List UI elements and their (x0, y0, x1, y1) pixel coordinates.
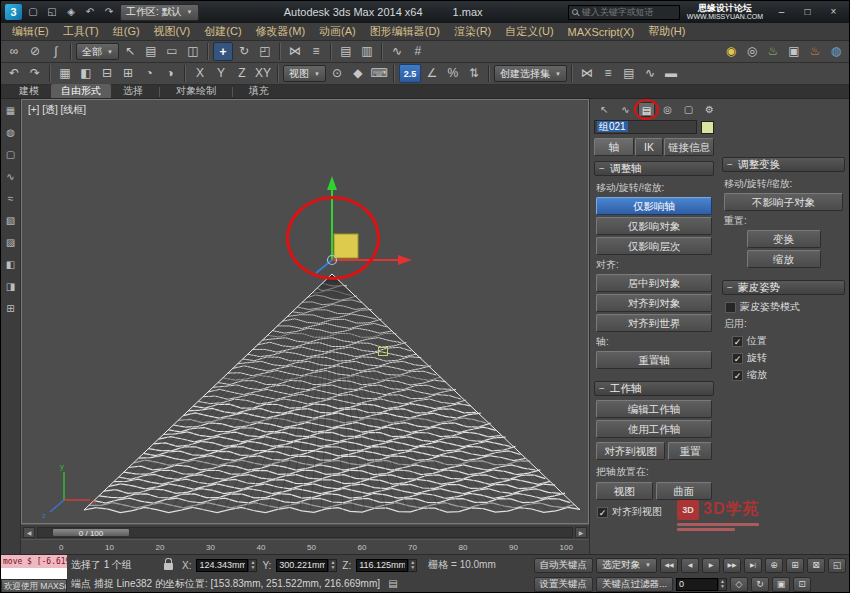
tab-motion[interactable]: ◎ (659, 102, 676, 117)
enable-rotation-row[interactable]: 旋转 (732, 351, 842, 365)
orbit-icon[interactable]: ↻ (751, 577, 769, 592)
place-surface-button[interactable]: 曲面 (656, 482, 713, 500)
key-filters-button[interactable]: 关键点过滤器... (596, 577, 673, 592)
menu-maxscript[interactable]: MAXScript(X) (561, 26, 642, 38)
reset-working-pivot-button[interactable]: 重置 (668, 442, 712, 460)
left-toolbar-icon[interactable]: ▨ (3, 236, 18, 250)
z-coordinate-field[interactable] (356, 559, 417, 572)
menu-tools[interactable]: 工具(T) (56, 24, 106, 39)
graph-editor-icon[interactable]: ∿ (640, 64, 660, 83)
axis-x-constraint-icon[interactable]: X (190, 64, 210, 83)
undo-icon[interactable]: ↶ (82, 4, 98, 20)
tab-utilities[interactable]: ⚙ (701, 102, 718, 117)
dont-affect-children-button[interactable]: 不影响子对象 (724, 193, 843, 211)
align-tool-icon[interactable]: ≡ (598, 64, 618, 83)
go-to-end-button[interactable]: ▶| (744, 558, 762, 573)
current-frame-input[interactable] (676, 578, 718, 591)
menu-customize[interactable]: 自定义(U) (498, 24, 560, 39)
play-button[interactable]: ▶ (702, 558, 720, 573)
left-toolbar-icon[interactable]: ▦ (3, 104, 18, 118)
misc-tool-icon[interactable]: ◔ (139, 64, 159, 83)
menu-views[interactable]: 视图(V) (147, 24, 198, 39)
selection-lock-icon[interactable] (164, 563, 173, 570)
render-preview-icon[interactable]: ◍ (826, 42, 846, 61)
align-icon[interactable]: ≡ (306, 42, 326, 61)
edit-working-pivot-button[interactable]: 编辑工作轴 (596, 400, 712, 418)
align-to-world-button[interactable]: 对齐到世界 (596, 314, 712, 332)
close-button[interactable]: × (822, 4, 845, 20)
left-toolbar-icon[interactable]: ◧ (3, 258, 18, 272)
maximize-button[interactable]: □ (796, 4, 819, 20)
checkbox-unchecked-icon[interactable] (725, 302, 736, 313)
go-to-start-button[interactable]: ◀◀ (660, 558, 678, 573)
checkbox-checked-icon[interactable] (597, 507, 608, 518)
axis-xy-constraint-icon[interactable]: XY (253, 64, 273, 83)
mirror-tool-icon[interactable]: ⋈ (577, 64, 597, 83)
time-tag-icon[interactable]: ▤ (385, 576, 401, 591)
affect-object-only-button[interactable]: 仅影响对象 (596, 217, 712, 235)
tab-populate[interactable]: 填充 (239, 84, 279, 98)
move-gizmo[interactable] (316, 176, 412, 273)
select-rotate-icon[interactable]: ↻ (234, 42, 254, 61)
listener-macro-line[interactable]: move $ [-6.619 (1, 555, 67, 568)
menu-group[interactable]: 组(G) (106, 24, 147, 39)
center-to-object-button[interactable]: 居中到对象 (596, 274, 712, 292)
rendered-frame-icon[interactable]: ♨ (763, 42, 783, 61)
region-zoom-icon[interactable]: ▣ (772, 577, 790, 592)
redo-scene-icon[interactable]: ↷ (25, 64, 45, 83)
rollout-header-skin-pose[interactable]: 蒙皮姿势 (722, 280, 845, 295)
checkbox-checked-icon[interactable] (732, 353, 743, 364)
misc-tool-icon[interactable]: ▦ (55, 64, 75, 83)
reset-pivot-button[interactable]: 重置轴 (596, 351, 712, 369)
ik-subtab[interactable]: IK (635, 138, 663, 156)
material-editor-icon[interactable]: ◉ (721, 42, 741, 61)
menu-edit[interactable]: 编辑(E) (5, 24, 56, 39)
mirror-icon[interactable]: ⋈ (285, 42, 305, 61)
menu-create[interactable]: 创建(C) (197, 24, 248, 39)
pan-icon[interactable]: ◇ (730, 577, 748, 592)
left-toolbar-icon[interactable]: ∿ (3, 170, 18, 184)
left-toolbar-icon[interactable]: ◨ (3, 280, 18, 294)
left-toolbar-icon[interactable]: ≈ (3, 192, 18, 206)
left-toolbar-icon[interactable]: ▢ (3, 148, 18, 162)
select-scale-icon[interactable]: ◰ (255, 42, 275, 61)
percent-snap-icon[interactable]: % (443, 64, 463, 83)
misc-tool-icon[interactable]: ⊟ (97, 64, 117, 83)
y-coordinate-field[interactable] (276, 559, 337, 572)
use-pivot-center-icon[interactable]: ⊙ (327, 64, 347, 83)
selection-filter-dropdown[interactable]: 全部 (76, 43, 119, 60)
left-toolbar-icon[interactable]: ◍ (3, 126, 18, 140)
checkbox-checked-icon[interactable] (732, 336, 743, 347)
time-slider-handle[interactable]: 0 / 100 (52, 528, 130, 537)
keyboard-override-icon[interactable]: ⌨ (369, 64, 389, 83)
place-view-button[interactable]: 视图 (596, 482, 653, 500)
select-move-icon[interactable]: + (213, 42, 233, 61)
set-key-button[interactable]: 设置关键点 (534, 577, 594, 592)
menu-animation[interactable]: 动画(A) (312, 24, 363, 39)
time-forward-button[interactable] (575, 527, 587, 538)
object-name-field[interactable]: 组021 (594, 120, 697, 134)
selected-object-dropdown[interactable]: 选定对象 (596, 558, 657, 573)
maximize-viewport-icon[interactable]: ⊡ (793, 577, 811, 592)
workspace-dropdown[interactable]: 工作区: 默认 (120, 4, 199, 21)
x-coordinate-input[interactable] (196, 559, 248, 572)
reset-scale-button[interactable]: 缩放 (747, 250, 821, 268)
window-crossing-icon[interactable]: ◫ (183, 42, 203, 61)
curve-editor-icon[interactable]: ∿ (387, 42, 407, 61)
align-to-view-button[interactable]: 对齐到视图 (596, 442, 665, 460)
link-info-subtab[interactable]: 链接信息 (664, 138, 714, 156)
misc-tool-icon[interactable]: ⊞ (118, 64, 138, 83)
tab-modeling[interactable]: 建模 (9, 84, 49, 98)
named-selection-sets-dropdown[interactable]: 创建选择集 (494, 65, 567, 82)
next-frame-button[interactable]: ▶▶ (723, 558, 741, 573)
y-spinner[interactable] (328, 559, 337, 572)
select-by-name-icon[interactable]: ▤ (141, 42, 161, 61)
menu-modifiers[interactable]: 修改器(M) (249, 24, 313, 39)
reset-transform-button[interactable]: 变换 (747, 230, 821, 248)
viewport-label[interactable]: [+] [透] [线框] (28, 103, 86, 117)
field-of-view-icon[interactable]: ◱ (828, 558, 846, 573)
layer-manager-icon[interactable]: ▤ (336, 42, 356, 61)
select-object-icon[interactable]: ↖ (120, 42, 140, 61)
axis-y-constraint-icon[interactable]: Y (211, 64, 231, 83)
render-setup-icon[interactable]: ◎ (742, 42, 762, 61)
